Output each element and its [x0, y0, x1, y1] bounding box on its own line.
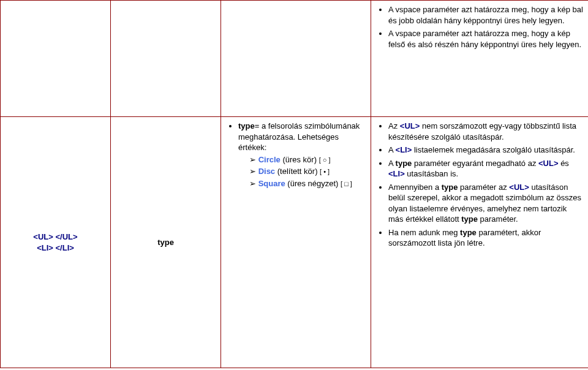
param-name: type [157, 237, 174, 248]
list-item: A type paraméter egyaránt megadható az <… [388, 158, 583, 179]
cell-r2c3: type= a felsorolás szimbólumának meghatá… [221, 117, 371, 368]
list-item: A <LI> listaelemek megadására szolgáló u… [388, 145, 583, 156]
tag-li: <LI> </LI> [37, 243, 74, 254]
cell-r1c3 [221, 1, 371, 117]
bullet-list: A vspace paraméter azt határozza meg, ho… [376, 4, 583, 50]
list-item: Disc (telített kör) [ • ] [249, 166, 366, 177]
table-row: <UL> </UL> <LI> </LI> type type= a felso… [1, 117, 589, 368]
list-item: A vspace paraméter azt határozza meg, ho… [388, 28, 583, 50]
tag-ul: <UL> </UL> [33, 232, 77, 243]
list-item: Amennyiben a type paraméter az <UL> utas… [388, 182, 583, 225]
cell-r1c1 [1, 1, 111, 117]
cell-r1c4: A vspace paraméter azt határozza meg, ho… [371, 1, 589, 117]
document-table: A vspace paraméter azt határozza meg, ho… [0, 0, 588, 368]
list-item: Az <UL> nem sorszámozott egy-vagy többsz… [388, 121, 583, 142]
bullet-list: type= a felsorolás szimbólumának meghatá… [226, 121, 366, 189]
cell-r2c2: type [111, 117, 221, 368]
cell-r2c4: Az <UL> nem sorszámozott egy-vagy többsz… [371, 117, 589, 368]
list-item: type= a felsorolás szimbólumának meghatá… [238, 121, 366, 189]
list-item: Ha nem adunk meg type paramétert, akkor … [388, 227, 583, 249]
arrow-list: Circle (üres kör) [ ○ ] Disc (telített k… [238, 154, 366, 189]
list-item: Circle (üres kör) [ ○ ] [249, 154, 366, 165]
cell-r1c2 [111, 1, 221, 117]
list-item: A vspace paraméter azt határozza meg, ho… [388, 4, 583, 26]
bullet-list: Az <UL> nem sorszámozott egy-vagy többsz… [376, 121, 583, 249]
cell-r2c1: <UL> </UL> <LI> </LI> [1, 117, 111, 368]
table-row: A vspace paraméter azt határozza meg, ho… [1, 1, 589, 117]
list-item: Square (üres négyzet) [ □ ] [249, 178, 366, 189]
